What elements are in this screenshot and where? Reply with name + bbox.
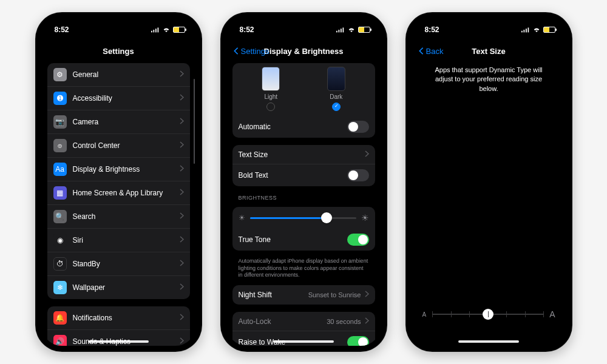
light-radio[interactable] <box>266 103 275 111</box>
phone-settings: 8:52 Settings ⚙︎General➊Accessibility📷Ca… <box>35 12 202 352</box>
phone-display-brightness: 8:52 Settings Display & Brightness Light <box>220 12 387 352</box>
bold-text-row[interactable]: Bold Text <box>232 164 375 186</box>
battery-icon <box>173 27 185 33</box>
raise-to-wake-row[interactable]: Raise to Wake <box>232 331 375 346</box>
chevron-left-icon <box>232 47 240 55</box>
auto-lock-row[interactable]: Auto-Lock 30 seconds <box>232 312 375 331</box>
nav-bar: Back Text Size <box>412 41 566 61</box>
row-label: True Tone <box>239 235 347 244</box>
chevron-right-icon <box>180 141 184 150</box>
back-label: Settings <box>241 47 270 56</box>
status-time: 8:52 <box>55 25 69 34</box>
display-icon: Aa <box>53 163 67 176</box>
sun-max-icon: ☀︎ <box>361 213 369 223</box>
general-icon: ⚙︎ <box>53 68 67 81</box>
svg-rect-9 <box>523 30 524 32</box>
home-indicator[interactable] <box>458 340 519 343</box>
settings-row-notifications[interactable]: 🔔Notifications <box>47 306 190 330</box>
sun-min-icon: ☀︎ <box>239 214 245 222</box>
brightness-section-label: BRIGHTNESS <box>239 195 369 201</box>
accessibility-icon: ➊ <box>53 92 67 105</box>
display-settings-list[interactable]: Light Dark Automatic Text Size <box>226 61 381 346</box>
scrollbar[interactable] <box>194 79 195 164</box>
svg-rect-4 <box>336 31 337 33</box>
chevron-right-icon <box>365 317 369 326</box>
back-button[interactable]: Back <box>418 47 444 56</box>
appearance-light[interactable]: Light <box>262 67 280 111</box>
row-label: Notifications <box>73 314 180 322</box>
status-time: 8:52 <box>240 25 254 34</box>
standby-icon: ⏱ <box>53 257 67 271</box>
wallpaper-icon: ❄︎ <box>53 281 67 294</box>
settings-row-homescreen[interactable]: ▦Home Screen & App Library <box>47 181 190 205</box>
settings-row-camera[interactable]: 📷Camera <box>47 110 190 134</box>
light-label: Light <box>264 93 277 100</box>
home-indicator[interactable] <box>273 340 334 343</box>
raise-to-wake-toggle[interactable] <box>347 336 369 346</box>
bold-text-toggle[interactable] <box>347 169 369 181</box>
wifi-icon <box>532 27 541 33</box>
row-label: Text Size <box>239 150 365 159</box>
chevron-right-icon <box>180 70 184 79</box>
night-shift-row[interactable]: Night Shift Sunset to Sunrise <box>232 285 375 305</box>
automatic-row[interactable]: Automatic <box>232 116 375 138</box>
svg-rect-1 <box>153 30 154 32</box>
settings-row-wallpaper[interactable]: ❄︎Wallpaper <box>47 276 190 299</box>
nav-bar: Settings Display & Brightness <box>226 41 381 61</box>
row-label: Search <box>73 212 180 221</box>
chevron-right-icon <box>180 236 184 244</box>
settings-row-search[interactable]: 🔍Search <box>47 205 190 229</box>
settings-row-sounds[interactable]: 🔊Sounds & Haptics <box>47 330 190 346</box>
settings-row-siri[interactable]: ◉Siri <box>47 229 190 252</box>
dark-radio[interactable] <box>332 103 341 111</box>
svg-rect-3 <box>157 28 158 33</box>
brightness-knob[interactable] <box>321 212 332 223</box>
battery-icon <box>543 27 555 33</box>
chevron-right-icon <box>180 283 184 292</box>
true-tone-footnote: Automatically adapt iPhone display based… <box>239 258 369 279</box>
back-button[interactable]: Settings <box>232 47 270 56</box>
wifi-icon <box>347 27 356 33</box>
row-label: Siri <box>73 236 180 244</box>
settings-list[interactable]: ⚙︎General➊Accessibility📷Camera⌾Control C… <box>41 61 196 346</box>
appearance-dark[interactable]: Dark <box>327 67 345 111</box>
svg-rect-10 <box>526 29 527 32</box>
settings-row-display[interactable]: AaDisplay & Brightness <box>47 158 190 181</box>
settings-row-accessibility[interactable]: ➊Accessibility <box>47 87 190 110</box>
settings-row-general[interactable]: ⚙︎General <box>47 63 190 87</box>
true-tone-row[interactable]: True Tone <box>232 229 375 251</box>
battery-icon <box>358 27 370 33</box>
svg-rect-8 <box>521 31 523 33</box>
chevron-right-icon <box>180 118 184 126</box>
settings-row-controlcenter[interactable]: ⌾Control Center <box>47 134 190 158</box>
svg-rect-7 <box>342 28 344 33</box>
dark-preview-icon <box>327 67 345 91</box>
phone-text-size: 8:52 Back Text Size Apps that support Dy… <box>405 12 572 352</box>
row-value: Sunset to Sunrise <box>308 291 361 298</box>
automatic-toggle[interactable] <box>347 121 369 133</box>
row-label: Automatic <box>239 123 347 131</box>
chevron-right-icon <box>180 94 184 103</box>
brightness-slider[interactable] <box>250 217 356 219</box>
small-a-icon: A <box>422 311 427 318</box>
controlcenter-icon: ⌾ <box>53 139 67 152</box>
row-label: StandBy <box>73 260 180 268</box>
svg-rect-5 <box>338 30 339 32</box>
chevron-right-icon <box>365 291 369 299</box>
svg-rect-2 <box>155 29 157 32</box>
row-label: Auto-Lock <box>239 317 327 326</box>
chevron-right-icon <box>365 150 369 159</box>
home-indicator[interactable] <box>88 340 149 343</box>
text-size-row[interactable]: Text Size <box>232 145 375 164</box>
text-size-slider[interactable] <box>432 314 543 315</box>
chevron-right-icon <box>180 212 184 221</box>
svg-rect-11 <box>527 28 529 33</box>
text-size-slider-row: A A <box>422 309 555 319</box>
settings-row-standby[interactable]: ⏱StandBy <box>47 252 190 276</box>
notch <box>82 18 155 33</box>
row-label: Bold Text <box>239 171 347 180</box>
row-label: Display & Brightness <box>73 165 180 174</box>
chevron-right-icon <box>180 337 184 346</box>
light-preview-icon <box>262 67 280 91</box>
true-tone-toggle[interactable] <box>347 234 369 246</box>
